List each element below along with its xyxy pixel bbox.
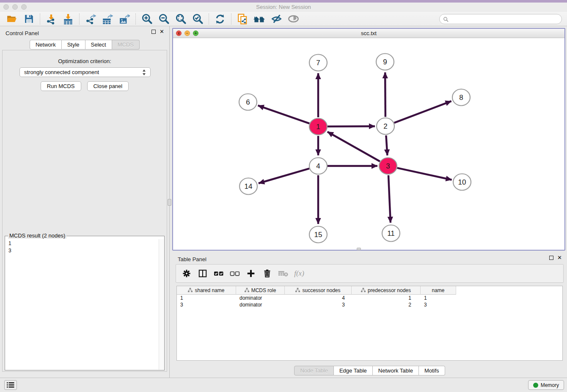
status-bar: Memory [0,378,567,392]
column-header-name[interactable]: name [421,286,456,295]
horizontal-splitter-grip[interactable] [357,248,361,250]
fx-label: f(x) [294,269,304,278]
search-box[interactable] [439,14,562,24]
select-all-columns-icon[interactable] [213,268,224,279]
table-toolbar: f(x) [176,264,564,283]
preview-eye-icon[interactable] [287,13,300,25]
clone-network-icon[interactable] [236,13,249,25]
zoom-fit-icon[interactable] [174,13,187,25]
edge-1-2[interactable] [328,126,375,127]
edge-2-9[interactable] [385,72,385,117]
cell-successor-nodes: 3 [285,301,352,308]
edge-4-14[interactable] [259,168,309,183]
tab-style[interactable]: Style [62,40,85,50]
node-7[interactable]: 7 [309,55,327,71]
import-network-icon[interactable] [45,13,58,25]
node-label: 10 [458,178,466,186]
node-9[interactable]: 9 [376,54,394,70]
split-columns-icon[interactable] [197,268,208,279]
save-session-icon[interactable] [22,13,35,25]
unselect-all-columns-icon[interactable] [229,268,240,279]
hide-graphics-details-icon[interactable] [270,13,283,25]
search-input[interactable] [449,16,561,22]
node-label: 1 [316,123,320,131]
export-image-icon[interactable] [118,13,131,25]
network-window-titlebar[interactable]: x − + scc.txt [173,29,564,38]
refresh-icon[interactable] [214,13,226,25]
node-2[interactable]: 2 [377,118,394,135]
zoom-in-icon[interactable] [140,13,153,25]
node-label: 7 [316,59,320,67]
table-panel-titlebar: Table Panel ✕ [172,252,567,265]
open-session-icon[interactable] [6,13,18,25]
node-1[interactable]: 1 [309,119,327,135]
run-mcds-button[interactable]: Run MCDS [41,81,81,91]
node-14[interactable]: 14 [239,178,257,195]
network-canvas[interactable]: 7968124314101511 [173,38,564,250]
memory-label: Memory [541,382,559,388]
function-builder-icon[interactable]: f(x) [294,268,305,279]
node-8[interactable]: 8 [452,89,470,106]
table-row[interactable]: 3dominator323 [177,301,562,308]
mcds-result-box: MCDS result (2 nodes) 13 [5,236,165,370]
memory-button[interactable]: Memory [528,380,564,390]
column-type-icon [295,288,300,293]
control-panel-title: Control Panel [6,30,39,36]
mcds-result-title: MCDS result (2 nodes) [8,232,66,239]
zoom-out-icon[interactable] [157,13,170,25]
tab-motifs[interactable]: Motifs [419,366,445,375]
tab-edge-table[interactable]: Edge Table [334,366,373,375]
node-10[interactable]: 10 [453,174,471,190]
export-network-icon[interactable] [84,13,97,25]
edge-1-6[interactable] [258,105,310,123]
column-header-shared-name[interactable]: shared name [177,286,236,295]
table-panel-title: Table Panel [178,256,206,262]
tab-network-table[interactable]: Network Table [373,366,419,375]
edge-3-10[interactable] [397,168,451,180]
close-panel-icon[interactable]: ✕ [160,30,164,34]
edge-3-1[interactable] [328,132,380,161]
delete-columns-icon[interactable] [261,268,272,279]
delete-table-icon[interactable] [278,268,289,279]
export-table-icon[interactable] [101,13,114,25]
node-table[interactable]: shared nameMCDS rolesuccessor nodesprede… [176,286,563,361]
node-label: 8 [459,94,463,102]
zoom-selected-icon[interactable] [191,13,204,25]
tab-network[interactable]: Network [30,40,62,50]
column-header-successor-nodes[interactable]: successor nodes [285,286,352,295]
optimization-dropdown[interactable]: strongly connected component [19,67,151,77]
task-history-button[interactable] [4,380,17,390]
tab-select[interactable]: Select [85,40,112,50]
edge-3-11[interactable] [388,175,391,223]
node-4[interactable]: 4 [309,158,327,174]
close-table-panel-icon[interactable]: ✕ [557,256,562,260]
import-table-icon[interactable] [62,13,74,25]
settings-gear-icon[interactable] [181,268,192,279]
node-label: 15 [314,231,322,239]
mcds-result-text[interactable]: 13 [6,239,159,370]
table-row[interactable]: 1dominator411 [177,295,562,301]
add-column-icon[interactable] [245,268,256,279]
float-table-panel-icon[interactable] [549,256,553,260]
column-header-label: shared name [195,287,224,293]
titlebar[interactable]: Session: New Session [0,3,567,12]
node-label: 9 [383,58,387,66]
node-3[interactable]: 3 [379,158,397,174]
splitter-grip[interactable] [168,199,171,206]
column-header-mcds-role[interactable]: MCDS role [236,286,285,295]
close-panel-button[interactable]: Close panel [87,81,129,91]
home-icon[interactable] [253,13,266,25]
tab-node-table[interactable]: Node Table [294,366,334,375]
table-panel: Table Panel ✕ [172,252,567,378]
vertical-splitter[interactable] [169,26,172,378]
tab-mcds[interactable]: MCDS [112,40,140,50]
node-11[interactable]: 11 [382,225,400,242]
column-header-predecessor-nodes[interactable]: predecessor nodes [352,286,421,295]
node-15[interactable]: 15 [309,226,327,243]
float-panel-icon[interactable] [151,30,156,34]
node-6[interactable]: 6 [239,94,257,110]
edge-2-8[interactable] [394,101,451,123]
column-header-label: name [432,287,444,293]
edge-2-3[interactable] [386,135,387,155]
result-scrollbar[interactable] [159,239,164,370]
